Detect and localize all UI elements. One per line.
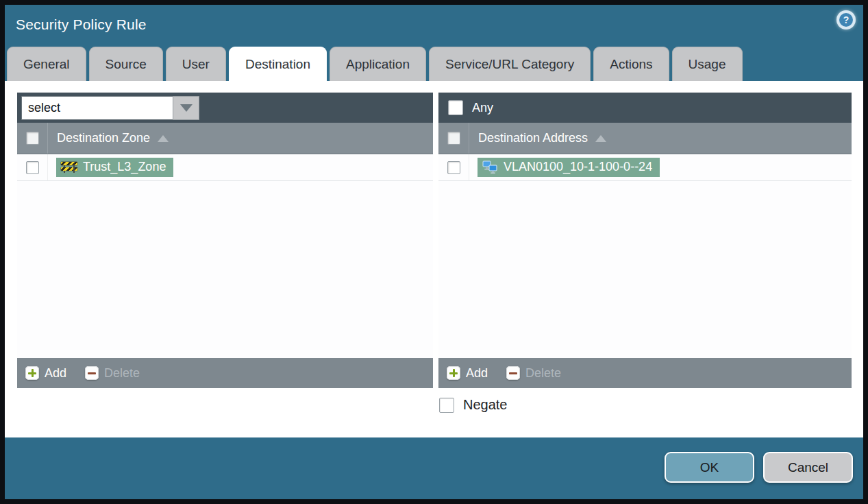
cancel-button[interactable]: Cancel	[763, 452, 853, 483]
zone-add-label: Add	[45, 366, 66, 381]
chevron-down-icon	[180, 104, 193, 112]
zone-type-select[interactable]: select	[21, 96, 199, 120]
zone-panel-footer: Add Delete	[17, 358, 433, 388]
zone-panel-toolbar: select	[17, 93, 433, 123]
tab-source[interactable]: Source	[89, 47, 163, 81]
minus-icon	[506, 366, 520, 380]
tab-bar: General Source User Destination Applicat…	[5, 47, 863, 81]
address-column-header[interactable]: Destination Address	[438, 123, 852, 154]
address-delete-button[interactable]: Delete	[506, 366, 561, 381]
tab-user[interactable]: User	[166, 47, 226, 81]
help-icon[interactable]: ?	[836, 10, 856, 29]
security-policy-rule-dialog: Security Policy Rule ? General Source Us…	[5, 5, 863, 499]
zone-row-checkbox[interactable]	[26, 161, 39, 174]
address-select-all-checkbox[interactable]	[447, 132, 460, 145]
negate-label: Negate	[463, 397, 508, 413]
zone-add-button[interactable]: Add	[25, 366, 66, 381]
address-panel-toolbar: Any	[438, 93, 852, 123]
sort-ascending-icon	[595, 135, 606, 142]
address-row-checkbox[interactable]	[447, 161, 460, 174]
zone-list-row[interactable]: Trust_L3_Zone	[17, 154, 433, 181]
address-list: VLAN0100_10-1-100-0--24	[438, 154, 852, 358]
zone-delete-button[interactable]: Delete	[85, 366, 140, 381]
address-row-checkbox-cell	[438, 154, 469, 180]
dialog-footer: OK Cancel	[5, 437, 863, 499]
address-item-vlan0100[interactable]: VLAN0100_10-1-100-0--24	[478, 158, 660, 177]
dialog-titlebar: Security Policy Rule ?	[5, 5, 863, 47]
dialog-title: Security Policy Rule	[16, 16, 147, 33]
zone-item-label: Trust_L3_Zone	[83, 160, 166, 174]
tab-service-url-category[interactable]: Service/URL Category	[429, 47, 591, 81]
sort-ascending-icon	[158, 135, 169, 142]
network-address-icon	[482, 160, 498, 173]
negate-row: Negate	[439, 397, 508, 413]
zone-delete-label: Delete	[104, 366, 140, 381]
ok-button[interactable]: OK	[665, 452, 754, 483]
zone-select-all-checkbox[interactable]	[26, 132, 39, 145]
destination-address-panel: Any Destination Address	[438, 93, 852, 388]
zone-row-checkbox-cell	[17, 154, 48, 180]
destination-tab-content: select Destination Zone	[5, 81, 863, 437]
address-delete-label: Delete	[525, 366, 561, 381]
address-add-label: Add	[466, 366, 488, 381]
any-label: Any	[472, 101, 493, 115]
tab-usage[interactable]: Usage	[672, 47, 743, 81]
any-checkbox[interactable]	[448, 100, 463, 115]
tab-application[interactable]: Application	[330, 47, 426, 81]
zone-header-label-cell: Destination Zone	[48, 123, 169, 154]
tab-actions[interactable]: Actions	[593, 47, 669, 81]
zone-list: Trust_L3_Zone	[17, 154, 433, 358]
address-list-row[interactable]: VLAN0100_10-1-100-0--24	[438, 154, 852, 181]
address-add-button[interactable]: Add	[447, 366, 488, 381]
zone-select-all-cell	[17, 123, 48, 154]
zone-item-trust-l3-zone[interactable]: Trust_L3_Zone	[56, 158, 173, 177]
address-column-title: Destination Address	[478, 131, 588, 145]
zone-barrier-icon	[61, 161, 77, 173]
address-item-label: VLAN0100_10-1-100-0--24	[504, 160, 652, 174]
any-row: Any	[443, 100, 493, 115]
plus-icon	[447, 366, 460, 380]
address-panel-footer: Add Delete	[438, 358, 852, 388]
address-header-label-cell: Destination Address	[469, 123, 606, 154]
tab-general[interactable]: General	[7, 47, 86, 81]
question-mark-glyph: ?	[839, 13, 853, 27]
plus-icon	[25, 366, 39, 380]
zone-type-select-value[interactable]: select	[21, 96, 173, 120]
destination-zone-panel: select Destination Zone	[17, 93, 433, 388]
zone-type-select-arrow-button[interactable]	[173, 96, 199, 120]
tab-destination[interactable]: Destination	[229, 47, 327, 81]
negate-checkbox[interactable]	[439, 398, 454, 413]
zone-column-title: Destination Zone	[57, 131, 150, 145]
zone-column-header[interactable]: Destination Zone	[17, 123, 433, 154]
address-select-all-cell	[438, 123, 469, 154]
minus-icon	[85, 366, 99, 380]
